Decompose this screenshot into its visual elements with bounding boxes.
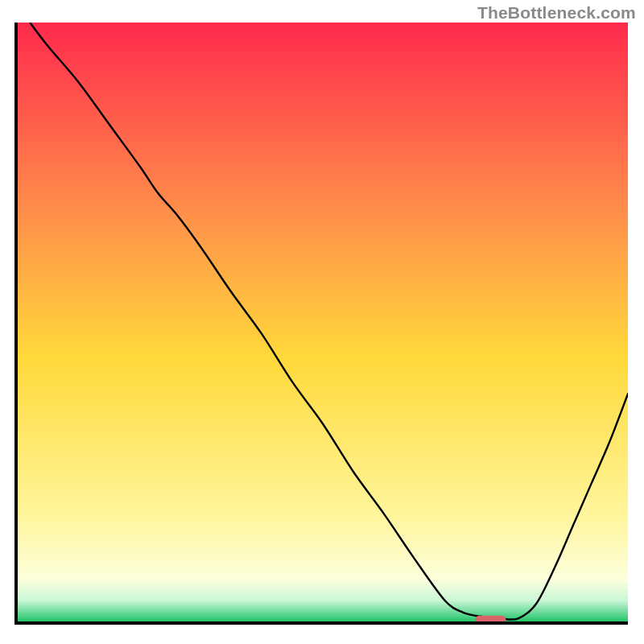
- chart-svg: [14, 23, 628, 625]
- plot-area: [14, 23, 628, 625]
- y-axis: [14, 23, 18, 625]
- plot-background: [18, 23, 628, 621]
- watermark-text: TheBottleneck.com: [477, 3, 636, 23]
- x-axis: [14, 621, 628, 625]
- chart-container: TheBottleneck.com: [0, 0, 644, 644]
